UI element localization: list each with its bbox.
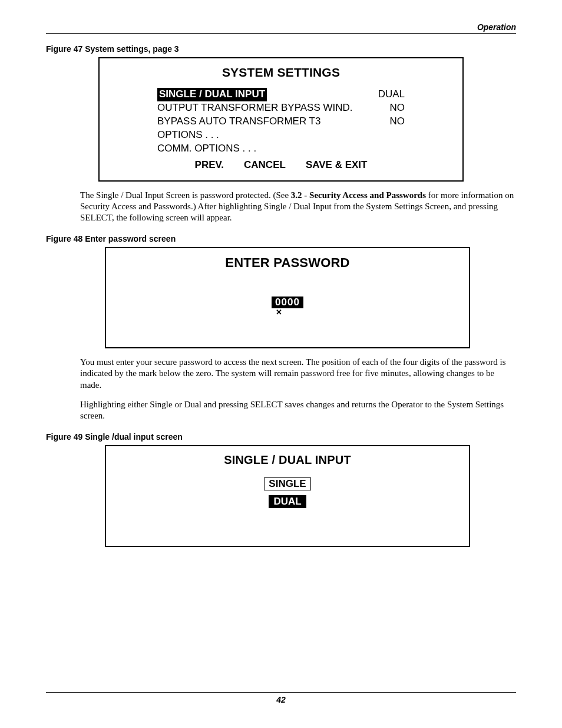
page-footer: 42 <box>46 692 516 704</box>
page-header: Operation <box>46 19 516 34</box>
enter-password-screen: ENTER PASSWORD 0000 ✕ <box>105 247 470 348</box>
setting-row-comm-options[interactable]: COMM. OPTIONS . . . <box>157 142 405 156</box>
paragraph-2: You must enter your secure password to a… <box>80 357 516 391</box>
page-number: 42 <box>276 695 286 704</box>
password-input[interactable]: 0000 ✕ <box>272 297 303 308</box>
figure-49-caption: Figure 49 Single /dual input screen <box>46 432 516 442</box>
paragraph-3: Highlighting either Single or Dual and p… <box>80 399 516 421</box>
figure-48-caption: Figure 48 Enter password screen <box>46 234 516 243</box>
system-settings-screen: SYSTEM SETTINGS SINGLE / DUAL INPUT DUAL… <box>98 57 464 182</box>
screen-title: SINGLE / DUAL INPUT <box>123 453 452 467</box>
section-label: Operation <box>477 22 516 32</box>
setting-row-bypass-auto[interactable]: BYPASS AUTO TRANSFORMER T3 NO <box>157 115 405 129</box>
screen-title: ENTER PASSWORD <box>123 255 452 271</box>
paragraph-1: The Single / Dual Input Screen is passwo… <box>80 190 516 224</box>
setting-row-options[interactable]: OPTIONS . . . <box>157 129 405 142</box>
cancel-button[interactable]: CANCEL <box>244 159 286 171</box>
option-dual[interactable]: DUAL <box>269 495 306 508</box>
screen-title: SYSTEM SETTINGS <box>116 65 446 80</box>
option-single[interactable]: SINGLE <box>264 477 310 490</box>
setting-row-single-dual[interactable]: SINGLE / DUAL INPUT DUAL <box>157 88 405 101</box>
setting-label: COMM. OPTIONS . . . <box>157 142 256 156</box>
single-dual-input-screen: SINGLE / DUAL INPUT SINGLE DUAL <box>105 445 470 547</box>
setting-value: NO <box>390 115 405 129</box>
setting-value: NO <box>390 101 405 115</box>
prev-button[interactable]: PREV. <box>195 159 224 171</box>
setting-label: OPTIONS . . . <box>157 129 219 142</box>
setting-value: DUAL <box>378 88 405 101</box>
setting-row-output-transformer[interactable]: OUTPUT TRANSFORMER BYPASS WIND. NO <box>157 101 405 115</box>
setting-label: SINGLE / DUAL INPUT <box>157 88 267 101</box>
setting-label: OUTPUT TRANSFORMER BYPASS WIND. <box>157 101 353 115</box>
save-exit-button[interactable]: SAVE & EXIT <box>306 159 368 171</box>
caret-icon: ✕ <box>276 308 283 317</box>
setting-label: BYPASS AUTO TRANSFORMER T3 <box>157 115 320 129</box>
figure-47-caption: Figure 47 System settings, page 3 <box>46 44 516 54</box>
